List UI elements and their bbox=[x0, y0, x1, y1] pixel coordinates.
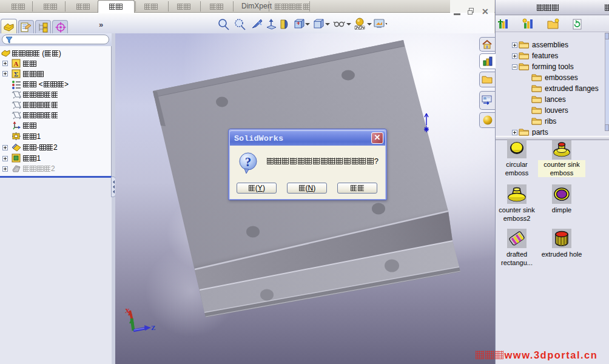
svg-text:X: X bbox=[125, 307, 130, 314]
svg-text:Z: Z bbox=[151, 324, 155, 331]
svg-text:?: ? bbox=[245, 155, 252, 169]
svg-text:A: A bbox=[14, 60, 19, 67]
svg-text:Σ: Σ bbox=[14, 70, 18, 78]
